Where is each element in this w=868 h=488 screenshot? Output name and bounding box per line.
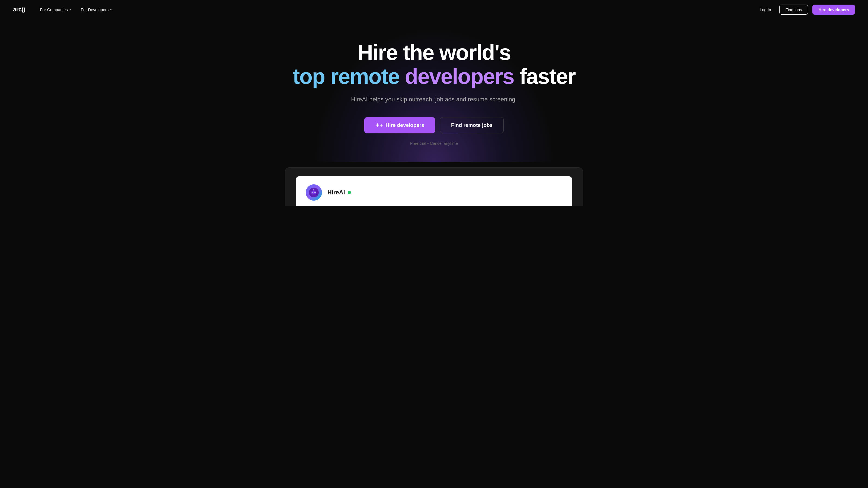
chevron-down-icon: ▾ xyxy=(69,8,71,11)
hero-buttons: ✦+ Hire developers Find remote jobs xyxy=(293,117,575,133)
hero-title: Hire the world's top remote developers f… xyxy=(293,41,575,88)
hire-developers-nav-button[interactable]: Hire developers xyxy=(812,5,855,14)
svg-point-6 xyxy=(313,189,314,190)
hireai-avatar xyxy=(306,184,322,201)
hero-subtitle: HireAI helps you skip outreach, job ads … xyxy=(293,96,575,103)
hero-title-top: top xyxy=(293,64,325,88)
sparkle-icon: ✦+ xyxy=(375,122,383,129)
svg-point-3 xyxy=(314,192,316,193)
svg-rect-4 xyxy=(312,194,315,194)
svg-point-2 xyxy=(312,192,313,193)
nav-item-developers[interactable]: For Developers ▾ xyxy=(77,5,116,14)
nav-developers-label: For Developers xyxy=(81,7,109,12)
hero-title-right: developers xyxy=(405,64,514,88)
navbar: arc() For Companies ▾ For Developers ▾ L… xyxy=(0,0,868,19)
find-remote-jobs-hero-button[interactable]: Find remote jobs xyxy=(440,117,504,133)
login-button[interactable]: Log In xyxy=(756,5,775,14)
nav-left: arc() For Companies ▾ For Developers ▾ xyxy=(13,5,116,14)
hero-note: Free trial • Cancel anytime xyxy=(293,141,575,145)
preview-card: HireAI xyxy=(285,167,583,206)
nav-right: Log In Find jobs Hire developers xyxy=(756,5,855,14)
hero-title-faster: faster xyxy=(520,64,575,88)
hireai-name: HireAI xyxy=(328,189,345,196)
preview-section: HireAI xyxy=(0,162,868,206)
hireai-avatar-icon xyxy=(308,187,319,198)
nav-menu: For Companies ▾ For Developers ▾ xyxy=(36,5,116,14)
chevron-down-icon: ▾ xyxy=(110,8,112,11)
logo: arc() xyxy=(13,6,25,13)
nav-item-companies[interactable]: For Companies ▾ xyxy=(36,5,75,14)
hireai-label: HireAI xyxy=(328,189,351,196)
hero-title-line1: Hire the world's xyxy=(293,41,575,65)
find-jobs-nav-button[interactable]: Find jobs xyxy=(779,5,808,14)
hero-content: Hire the world's top remote developers f… xyxy=(293,41,575,145)
hero-title-line2: top remote developers faster xyxy=(293,65,575,88)
hire-developers-hero-button[interactable]: ✦+ Hire developers xyxy=(364,117,435,133)
hero-section: Hire the world's top remote developers f… xyxy=(0,19,868,162)
nav-companies-label: For Companies xyxy=(40,7,68,12)
hero-title-mid: remote xyxy=(330,64,400,88)
online-status-dot xyxy=(348,191,351,194)
card-inner: HireAI xyxy=(296,176,572,206)
hire-hero-label: Hire developers xyxy=(386,122,425,128)
